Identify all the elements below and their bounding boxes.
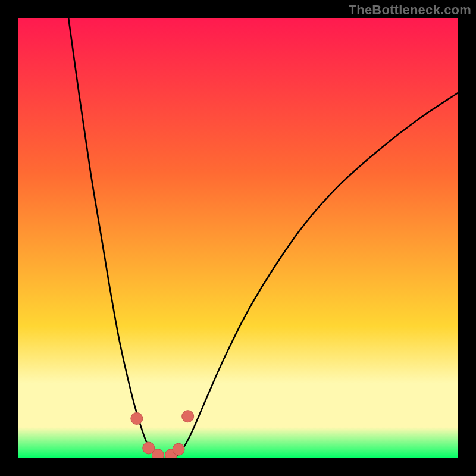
chart-frame [18,18,458,458]
curve-marker [152,449,164,458]
watermark-text: TheBottleneck.com [349,2,471,18]
chart-background [18,18,458,458]
curve-marker [173,443,184,455]
curve-marker [182,411,194,422]
curve-marker [131,412,143,424]
bottleneck-curve-chart [18,18,458,458]
